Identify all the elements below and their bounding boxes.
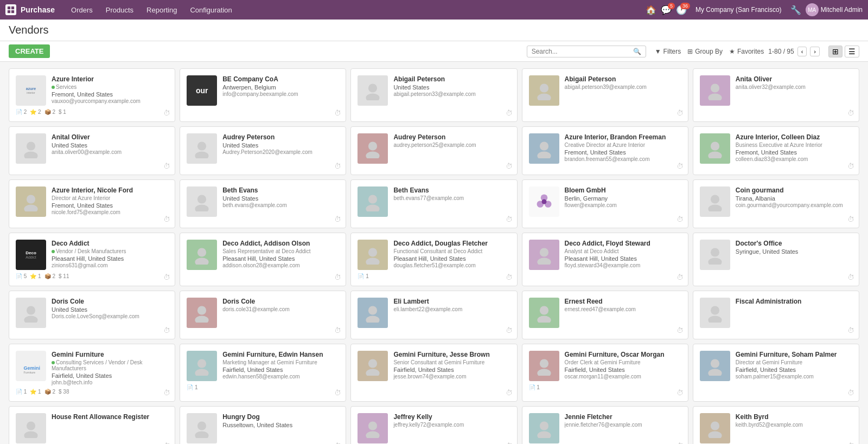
favorites-button[interactable]: ★ Favorites bbox=[729, 48, 764, 55]
vendor-card[interactable]: Keith Byrd keith.byrd52@example.com ⏱ bbox=[693, 406, 859, 444]
vendor-card[interactable]: Azure Interior, Colleen Diaz Business Ex… bbox=[693, 126, 859, 175]
svg-point-32 bbox=[197, 248, 206, 256]
vendor-card[interactable]: Eli Lambert eli.lambert22@example.com ⏱ bbox=[350, 291, 517, 339]
activity-clock-icon[interactable]: ⏱ bbox=[506, 442, 513, 444]
activity-clock-icon[interactable]: ⏱ bbox=[847, 326, 854, 334]
activity-clock-icon[interactable]: ⏱ bbox=[676, 109, 684, 117]
vendor-card[interactable]: Hungry Dog Russeltown, United States ⏱ bbox=[180, 406, 346, 444]
vendor-card[interactable]: Jennie Fletcher jennie.fletcher76@exampl… bbox=[522, 406, 688, 444]
search-input[interactable] bbox=[532, 48, 633, 55]
activity-clock-icon[interactable]: ⏱ bbox=[676, 389, 684, 397]
activity-clock-icon[interactable]: ⏱ bbox=[506, 215, 513, 223]
vendor-card[interactable]: Deco Addict Deco Addict Vendor / Desk Ma… bbox=[9, 233, 175, 286]
vendor-card[interactable]: Gemini Furniture, Edwin Hansen Marketing… bbox=[180, 344, 346, 402]
vendor-card[interactable]: Bloem GmbH Berlin, Germany flower@exampl… bbox=[522, 179, 688, 228]
activity-clock-icon[interactable]: ⏱ bbox=[506, 273, 513, 281]
vendor-card[interactable]: Jeffrey Kelly jeffrey.kelly72@example.co… bbox=[350, 406, 517, 444]
vendor-card[interactable]: Deco Addict, Douglas Fletcher Functional… bbox=[350, 233, 517, 286]
activity-clock-icon[interactable]: ⏱ bbox=[506, 389, 513, 397]
activity-clock-icon[interactable]: ⏱ bbox=[334, 215, 341, 223]
activity-clock-icon[interactable]: ⏱ bbox=[163, 109, 170, 117]
activity-clock-icon[interactable]: ⏱ bbox=[847, 109, 854, 117]
vendor-email: vauxoo@yourcompany.example.com bbox=[52, 98, 168, 104]
activity-clock-icon[interactable]: ⏱ bbox=[163, 273, 170, 281]
list-view-button[interactable]: ☰ bbox=[845, 46, 859, 57]
activity-clock-icon[interactable]: ⏱ bbox=[847, 389, 854, 397]
vendor-card[interactable]: Beth Evans beth.evans77@example.com ⏱ bbox=[350, 179, 517, 228]
nav-configuration[interactable]: Configuration bbox=[184, 0, 237, 20]
activity-icon[interactable]: 🕐 36 bbox=[676, 5, 687, 15]
home-icon[interactable]: 🏠 bbox=[646, 5, 656, 15]
vendor-card[interactable]: Deco Addict, Floyd Steward Analyst at De… bbox=[522, 233, 688, 286]
vendor-card[interactable]: Coin gourmand Tirana, Albania coin.gourm… bbox=[693, 179, 859, 228]
vendor-card[interactable]: Doris Cole United States Doris.cole.Love… bbox=[9, 291, 175, 339]
vendor-card[interactable]: Ernest Reed ernest.reed47@example.com ⏱ bbox=[522, 291, 688, 339]
company-name[interactable]: My Company (San Francisco) bbox=[695, 6, 782, 14]
activity-clock-icon[interactable]: ⏱ bbox=[506, 326, 513, 334]
vendor-card[interactable]: Gemini Furniture, Jesse Brown Senior Con… bbox=[350, 344, 517, 402]
activity-clock-icon[interactable]: ⏱ bbox=[847, 162, 854, 170]
vendor-card[interactable]: Beth Evans United States beth.evans@exam… bbox=[180, 179, 346, 228]
vendor-card[interactable]: Deco Addict, Addison Olson Sales Represe… bbox=[180, 233, 346, 286]
activity-clock-icon[interactable]: ⏱ bbox=[506, 162, 513, 170]
vendor-card[interactable]: Doctor's Office Syringue, United States … bbox=[693, 233, 859, 286]
search-box[interactable]: 🔍 bbox=[527, 46, 646, 57]
kanban-view-button[interactable]: ⊞ bbox=[828, 46, 843, 57]
activity-clock-icon[interactable]: ⏱ bbox=[334, 442, 341, 444]
activity-clock-icon[interactable]: ⏱ bbox=[676, 326, 684, 334]
activity-clock-icon[interactable]: ⏱ bbox=[676, 442, 684, 444]
vendor-name: Eli Lambert bbox=[393, 298, 510, 305]
nav-orders[interactable]: Orders bbox=[66, 0, 98, 20]
activity-clock-icon[interactable]: ⏱ bbox=[163, 389, 170, 397]
activity-clock-icon[interactable]: ⏱ bbox=[847, 215, 854, 223]
vendor-location: Fairfield, United States bbox=[52, 372, 168, 379]
activity-clock-icon[interactable]: ⏱ bbox=[163, 442, 170, 444]
vendor-card[interactable]: Fiscal Administration ⏱ bbox=[693, 291, 859, 339]
activity-clock-icon[interactable]: ⏱ bbox=[334, 326, 341, 334]
vendor-card[interactable]: Audrey Peterson United States Audrey.Pet… bbox=[180, 126, 346, 175]
app-name[interactable]: Purchase bbox=[21, 5, 55, 14]
vendor-card[interactable]: our BE Company CoA Antwerpen, Belgium in… bbox=[180, 68, 346, 122]
create-button[interactable]: CREATE bbox=[9, 44, 50, 58]
vendor-name: Doris Cole bbox=[222, 298, 339, 305]
user-menu[interactable]: MA Mitchell Admin bbox=[806, 3, 863, 16]
activity-clock-icon[interactable]: ⏱ bbox=[334, 389, 341, 397]
next-page-button[interactable]: › bbox=[810, 47, 820, 56]
vendor-card[interactable]: Anital Oliver United States anita.oliver… bbox=[9, 126, 175, 175]
activity-clock-icon[interactable]: ⏱ bbox=[676, 273, 684, 281]
activity-clock-icon[interactable]: ⏱ bbox=[847, 442, 854, 444]
search-icon[interactable]: 🔍 bbox=[633, 48, 641, 55]
activity-clock-icon[interactable]: ⏱ bbox=[334, 162, 341, 170]
vendor-card[interactable]: Azure Interior, Nicole Ford Director at … bbox=[9, 179, 175, 228]
activity-clock-icon[interactable]: ⏱ bbox=[676, 215, 684, 223]
nav-reporting[interactable]: Reporting bbox=[141, 0, 182, 20]
messages-icon[interactable]: 💬 5 bbox=[661, 5, 672, 15]
activity-clock-icon[interactable]: ⏱ bbox=[163, 215, 170, 223]
vendor-card[interactable]: Azure Interior, Brandon Freeman Creative… bbox=[522, 126, 688, 175]
vendor-card[interactable]: Gemini Furniture, Soham Palmer Director … bbox=[693, 344, 859, 402]
filters-button[interactable]: ▼ Filters bbox=[655, 48, 681, 55]
vendor-card[interactable]: Audrey Peterson audrey.peterson25@exampl… bbox=[350, 126, 517, 175]
activity-clock-icon[interactable]: ⏱ bbox=[163, 326, 170, 334]
vendor-card[interactable]: Gemini Furniture Gemini Furniture Consul… bbox=[9, 344, 175, 402]
activity-clock-icon[interactable]: ⏱ bbox=[847, 273, 854, 281]
vendor-card[interactable]: Anita Oliver anita.oliver32@example.com … bbox=[693, 68, 859, 122]
vendor-email: brandon.freeman55@example.com bbox=[565, 156, 681, 162]
activity-clock-icon[interactable]: ⏱ bbox=[506, 109, 513, 117]
activity-clock-icon[interactable]: ⏱ bbox=[163, 162, 170, 170]
vendor-card[interactable]: Gemini Furniture, Oscar Morgan Order Cle… bbox=[522, 344, 688, 402]
vendor-email: abigail.peterson39@example.com bbox=[565, 84, 681, 90]
activity-clock-icon[interactable]: ⏱ bbox=[676, 162, 684, 170]
vendor-stats: 📄 5 ⭐ 1 📦 2 $ 11 bbox=[16, 273, 168, 279]
activity-clock-icon[interactable]: ⏱ bbox=[334, 273, 341, 281]
activity-clock-icon[interactable]: ⏱ bbox=[334, 109, 341, 117]
vendor-card[interactable]: Abigail Peterson United States abigail.p… bbox=[350, 68, 517, 122]
vendor-card[interactable]: azure interior Azure Interior Services F… bbox=[9, 68, 175, 122]
group-by-button[interactable]: ⊞ Group By bbox=[687, 48, 723, 55]
vendor-card[interactable]: Abigail Peterson abigail.peterson39@exam… bbox=[522, 68, 688, 122]
vendor-card[interactable]: Doris Cole doris.cole31@example.com ⏱ bbox=[180, 291, 346, 339]
prev-page-button[interactable]: ‹ bbox=[797, 47, 807, 56]
vendor-card[interactable]: House Rent Allowance Register ⏱ bbox=[9, 406, 175, 444]
tools-icon[interactable]: 🔧 bbox=[790, 5, 801, 15]
nav-products[interactable]: Products bbox=[100, 0, 139, 20]
